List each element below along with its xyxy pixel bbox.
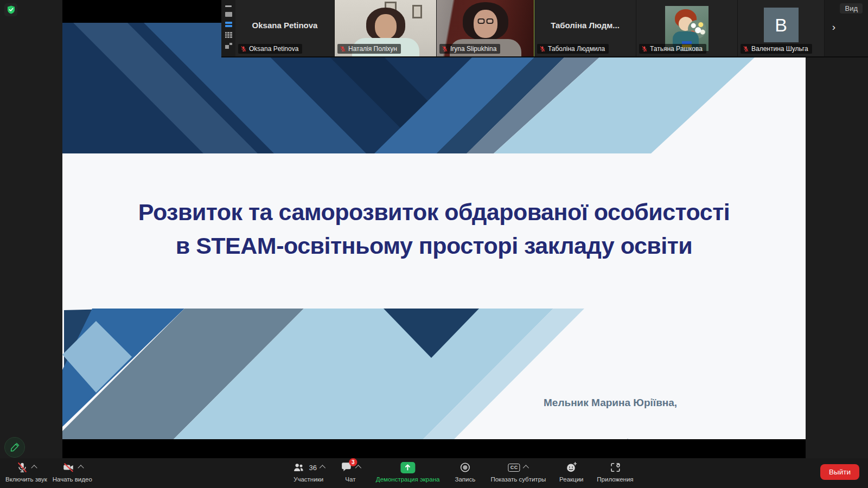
participants-options-chevron[interactable] — [320, 465, 326, 471]
video-options-chevron[interactable] — [78, 465, 84, 471]
participants-icon — [292, 461, 305, 473]
participants-filmstrip: Oksana Petinova Oksana Petinova — [221, 0, 868, 57]
shared-screen-stage: Розвиток та саморозвиток обдарованої осо… — [62, 0, 806, 458]
presentation-slide: Розвиток та саморозвиток обдарованої осо… — [62, 23, 806, 439]
annotate-button[interactable] — [4, 437, 25, 458]
slide-title: Розвиток та саморозвиток обдарованої осо… — [62, 195, 806, 262]
captions-options-chevron[interactable] — [523, 465, 529, 471]
wall-picture — [412, 5, 422, 18]
participant-name-chip: Таболіна Людмила — [537, 44, 609, 54]
view-mode-column — [221, 0, 235, 56]
meeting-toolbar: Включить звук Начать видео — [0, 458, 868, 488]
muted-mic-icon — [240, 46, 247, 52]
leave-meeting-button[interactable]: Выйти — [820, 464, 859, 480]
record-button[interactable]: Запись — [452, 461, 477, 483]
unmute-button[interactable]: Включить звук — [5, 461, 47, 483]
security-shield-button[interactable] — [4, 3, 17, 16]
participant-tile-valentyna[interactable]: B Валентина Шульга — [738, 0, 825, 56]
participants-count: 36 — [309, 464, 316, 472]
cc-icon: CC — [508, 464, 520, 472]
participant-name-center: Таболіна Людм... — [534, 21, 636, 30]
participant-name-chip: Oksana Petinova — [238, 44, 302, 54]
share-screen-icon — [400, 462, 415, 473]
slide-title-line1: Розвиток та саморозвиток обдарованої осо… — [62, 195, 806, 229]
apps-button[interactable]: Приложения — [597, 461, 633, 483]
author-degree: кандидат педагогічних наук, — [544, 436, 769, 440]
participant-tile-natalia[interactable]: Наталія Поліхун — [335, 0, 437, 56]
reactions-smiley-icon — [565, 461, 578, 473]
participant-name-chip: Наталія Поліхун — [337, 44, 401, 54]
minimize-strip-icon[interactable] — [225, 5, 232, 7]
view-button[interactable]: Вид — [840, 3, 863, 14]
muted-mic-icon — [641, 46, 648, 52]
next-participants-chevron[interactable]: › — [832, 22, 835, 32]
participant-name-center: Oksana Petinova — [235, 21, 334, 30]
muted-mic-icon — [340, 46, 346, 52]
share-screen-button[interactable]: Демонстрация экрана — [376, 461, 440, 483]
video-tiles: Oksana Petinova Oksana Petinova — [235, 0, 825, 56]
muted-mic-icon — [442, 46, 448, 52]
muted-mic-icon — [539, 46, 546, 52]
slide-title-line2: в STEAM-освітньому просторі закладу осві… — [62, 229, 806, 262]
chat-unread-badge: 3 — [349, 458, 357, 466]
participant-tile-tabolina[interactable]: Таболіна Людм... Таболіна Людмила — [534, 0, 636, 56]
apps-icon — [609, 461, 621, 473]
muted-mic-icon — [743, 46, 749, 52]
glasses — [477, 18, 493, 24]
zoom-meeting-window: Розвиток та саморозвиток обдарованої осо… — [0, 0, 868, 488]
captions-button[interactable]: CC Показать субтитры — [490, 461, 546, 483]
start-video-button[interactable]: Начать видео — [53, 461, 92, 483]
participant-name-chip: Iryna Slipukhina — [439, 44, 500, 54]
shield-check-icon — [7, 5, 15, 14]
participant-name-chip: Валентина Шульга — [741, 44, 812, 54]
mic-options-chevron[interactable] — [31, 465, 37, 471]
participant-tile-tatiana[interactable]: Татьяна Рашкова — [636, 0, 738, 56]
muted-mic-icon — [16, 461, 28, 473]
participant-tile-oksana[interactable]: Oksana Petinova Oksana Petinova — [235, 0, 335, 56]
pencil-icon — [10, 442, 20, 452]
muted-camera-icon — [62, 461, 75, 473]
participant-tile-iryna-active-speaker[interactable]: Iryna Slipukhina — [437, 0, 534, 56]
gallery-view-icon[interactable] — [225, 32, 232, 38]
participant-name-chip: Татьяна Рашкова — [639, 44, 706, 54]
strip-view-icon[interactable] — [225, 22, 232, 27]
chat-button[interactable]: 3 Чат — [338, 461, 363, 483]
chat-options-chevron[interactable] — [355, 465, 361, 471]
floating-view-icon[interactable] — [225, 43, 232, 49]
letter-avatar: B — [764, 8, 799, 42]
record-icon — [459, 461, 471, 473]
slide-author-block: Мельник Марина Юріївна, кандидат педагог… — [544, 370, 769, 439]
speaker-view-icon[interactable] — [225, 12, 232, 17]
reactions-button[interactable]: Реакции — [559, 461, 584, 483]
participants-button[interactable]: 36 Участники — [292, 461, 324, 483]
author-name: Мельник Марина Юріївна, — [544, 396, 769, 410]
